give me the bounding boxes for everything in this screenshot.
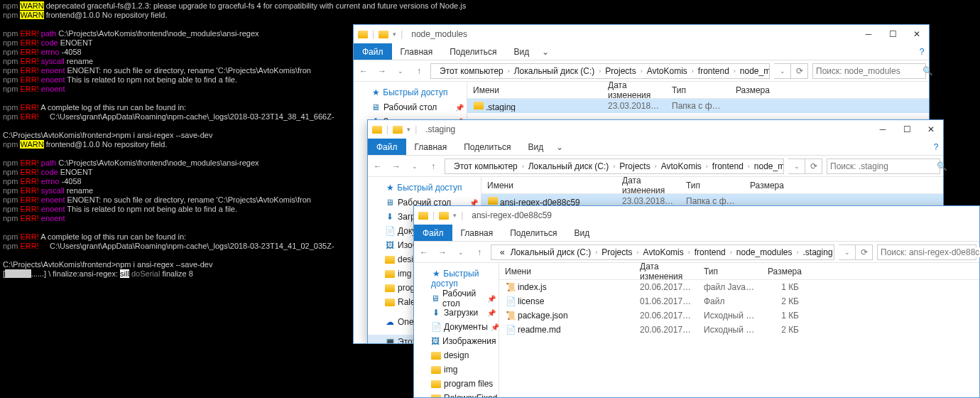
recent-button[interactable]: ⌄: [393, 64, 408, 78]
col-name[interactable]: Имени: [499, 267, 634, 276]
search-box[interactable]: 🔍: [827, 158, 940, 174]
ribbon-tab-share[interactable]: Поделиться: [455, 139, 519, 155]
search-input[interactable]: [881, 247, 980, 257]
help-icon[interactable]: ?: [929, 139, 943, 155]
breadcrumb[interactable]: node_modules: [734, 245, 795, 259]
col-type[interactable]: Тип: [698, 267, 762, 276]
address-bar[interactable]: « Локальный диск (C:)› Projects› AvtoKom…: [491, 244, 834, 260]
ribbon-tab-home[interactable]: Главная: [392, 43, 442, 60]
col-size[interactable]: Размера: [730, 85, 773, 95]
back-button[interactable]: ←: [356, 64, 371, 78]
table-row[interactable]: .staging 23.03.2018 16:46 Папка с файлам…: [467, 99, 929, 113]
table-row[interactable]: 📜package.json 20.06.2017 22:03 Исходный …: [499, 308, 979, 323]
search-input[interactable]: [816, 66, 922, 76]
sidebar-item-folder[interactable]: program files: [414, 377, 499, 391]
col-date[interactable]: Дата изменения: [616, 177, 680, 195]
breadcrumb[interactable]: AvtoKomis: [644, 64, 690, 78]
back-button[interactable]: ←: [417, 245, 431, 259]
breadcrumb[interactable]: Этот компьютер: [437, 64, 506, 78]
up-button[interactable]: ↑: [426, 159, 440, 173]
refresh-button[interactable]: ⟳: [805, 158, 822, 174]
sidebar-item-desktop[interactable]: 🖥Рабочий стол📌: [414, 291, 499, 306]
maximize-button[interactable]: ☐: [881, 25, 905, 43]
col-type[interactable]: Тип: [666, 85, 730, 95]
search-box[interactable]: 🔍: [877, 244, 976, 260]
minimize-button[interactable]: ─: [856, 25, 881, 43]
forward-button[interactable]: →: [375, 64, 389, 78]
col-name[interactable]: Имени: [467, 85, 602, 95]
col-size[interactable]: Размера: [762, 267, 805, 276]
breadcrumb[interactable]: node_modules: [751, 159, 784, 173]
sidebar-item-folder[interactable]: design: [414, 348, 499, 362]
qat-chevron[interactable]: ▾: [393, 31, 396, 38]
breadcrumb[interactable]: AvtoKomis: [641, 245, 687, 259]
recent-button[interactable]: ⌄: [454, 245, 468, 259]
column-headers[interactable]: Имени Дата изменения Тип Размера: [499, 263, 979, 280]
ribbon-tab-share[interactable]: Поделиться: [501, 225, 565, 241]
sidebar-quick-access[interactable]: ★ Быстрый доступ: [368, 181, 481, 195]
ribbon-tab-file[interactable]: Файл: [414, 225, 452, 241]
sidebar[interactable]: ★ Быстрый доступ 🖥Рабочий стол📌 ⬇Загрузк…: [414, 263, 499, 397]
breadcrumb[interactable]: Projects: [599, 245, 635, 259]
close-button[interactable]: ✕: [919, 120, 943, 139]
back-button[interactable]: ←: [371, 159, 385, 173]
maximize-button[interactable]: ☐: [895, 120, 919, 139]
ribbon-tab-view[interactable]: Вид: [565, 225, 598, 241]
address-dropdown[interactable]: ⌄: [774, 63, 791, 79]
titlebar[interactable]: | ▾ | .staging ─ ☐ ✕: [368, 120, 943, 139]
ribbon-tab-file[interactable]: Файл: [368, 139, 406, 155]
ribbon-expand[interactable]: ⌄: [538, 43, 553, 60]
address-dropdown[interactable]: ⌄: [788, 158, 805, 174]
sidebar-item-documents[interactable]: 📄Документы📌: [414, 320, 499, 334]
col-date[interactable]: Дата изменения: [602, 82, 666, 100]
breadcrumb[interactable]: Локальный диск (C:): [511, 64, 598, 78]
ribbon-tab-share[interactable]: Поделиться: [441, 43, 505, 60]
refresh-button[interactable]: ⟳: [791, 63, 808, 79]
breadcrumb[interactable]: Projects: [616, 159, 653, 173]
sidebar-item-downloads[interactable]: ⬇Загрузки📌: [414, 306, 499, 320]
sidebar-quick-access[interactable]: ★ Быстрый доступ: [414, 267, 499, 291]
titlebar[interactable]: | ▾ | node_modules ─ ☐ ✕: [354, 25, 929, 43]
ribbon-tab-view[interactable]: Вид: [505, 43, 538, 60]
breadcrumb[interactable]: frontend: [692, 245, 729, 259]
breadcrumb[interactable]: node_modules: [737, 64, 770, 78]
ribbon-tab-view[interactable]: Вид: [519, 139, 552, 155]
search-box[interactable]: 🔍: [812, 63, 926, 79]
table-row[interactable]: 📄license 01.06.2017 22:17 Файл 2 КБ: [499, 294, 979, 308]
ribbon-tab-file[interactable]: Файл: [354, 43, 392, 60]
minimize-button[interactable]: ─: [871, 120, 895, 139]
breadcrumb[interactable]: AvtoKomis: [658, 159, 704, 173]
sidebar-quick-access[interactable]: ★ Быстрый доступ: [354, 86, 467, 100]
close-button[interactable]: ✕: [905, 25, 929, 43]
titlebar[interactable]: | ▾ | ansi-regex-d0e88c59 ─☐✕: [414, 206, 979, 225]
table-row[interactable]: 📜index.js 20.06.2017 22:02 файл JavaScri…: [499, 280, 979, 294]
column-headers[interactable]: Имени Дата изменения Тип Размера: [481, 177, 943, 194]
col-size[interactable]: Размера: [744, 181, 787, 190]
explorer-window-ansi-regex[interactable]: | ▾ | ansi-regex-d0e88c59 ─☐✕ Файл Главн…: [413, 205, 980, 398]
refresh-button[interactable]: ⟳: [856, 244, 873, 260]
breadcrumb[interactable]: .staging: [800, 245, 834, 259]
sidebar-item-desktop[interactable]: 🖥Рабочий стол📌: [354, 100, 467, 114]
address-bar[interactable]: Этот компьютер› Локальный диск (C:)› Pro…: [445, 158, 784, 174]
col-date[interactable]: Дата изменения: [634, 263, 698, 281]
column-headers[interactable]: Имени Дата изменения Тип Размера: [467, 82, 929, 99]
breadcrumb[interactable]: Локальный диск (C:): [526, 159, 612, 173]
col-name[interactable]: Имени: [481, 181, 616, 190]
up-button[interactable]: ↑: [472, 245, 486, 259]
sidebar-item-pictures[interactable]: 🖼Изображения📌: [414, 334, 499, 348]
breadcrumb[interactable]: Локальный диск (C:): [508, 245, 594, 259]
sidebar-item-folder[interactable]: RalewayFixed: [414, 391, 499, 397]
file-pane[interactable]: Имени Дата изменения Тип Размера 📜index.…: [499, 263, 979, 397]
up-button[interactable]: ↑: [412, 64, 426, 78]
ribbon-expand[interactable]: ⌄: [552, 139, 567, 155]
sidebar-item-folder[interactable]: img: [414, 362, 499, 377]
address-bar[interactable]: Этот компьютер› Локальный диск (C:)› Pro…: [430, 63, 770, 79]
help-icon[interactable]: ?: [915, 43, 929, 60]
forward-button[interactable]: →: [389, 159, 403, 173]
table-row[interactable]: 📄readme.md 20.06.2017 14:17 Исходный фай…: [499, 323, 979, 337]
ribbon-tab-home[interactable]: Главная: [406, 139, 456, 155]
breadcrumb[interactable]: «: [497, 245, 508, 259]
ribbon-tab-home[interactable]: Главная: [452, 225, 502, 241]
breadcrumb[interactable]: Projects: [602, 64, 638, 78]
recent-button[interactable]: ⌄: [408, 159, 422, 173]
